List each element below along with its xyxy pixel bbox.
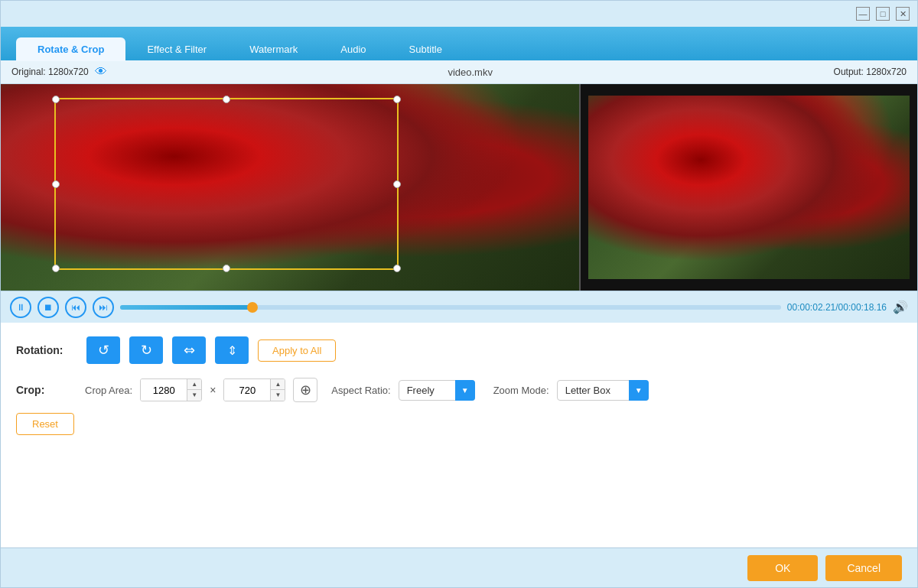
preview-bar: Original: 1280x720 👁 video.mkv Output: 1… bbox=[1, 60, 917, 84]
bottom-bar: OK Cancel bbox=[1, 547, 917, 587]
playback-bar: ⏸ ⏹ ⏮ ⏭ 00:00:02.21/00:00:18.16 🔊 bbox=[1, 291, 917, 323]
width-decrease-button[interactable]: ▼ bbox=[187, 390, 201, 401]
rotation-row: Rotation: ↺ ↻ ⇔ ⇕ Apply to All bbox=[16, 336, 902, 364]
crop-height-input-wrap: ▲ ▼ bbox=[223, 378, 285, 401]
width-increase-button[interactable]: ▲ bbox=[187, 379, 201, 390]
flip-vertical-icon: ⇕ bbox=[227, 343, 237, 358]
tab-watermark[interactable]: Watermark bbox=[228, 37, 319, 61]
zoom-mode-select[interactable]: Letter Box Pan & Scan Full bbox=[557, 380, 649, 401]
tab-subtitle[interactable]: Subtitle bbox=[388, 37, 464, 61]
crop-center-icon: ⊕ bbox=[300, 382, 311, 398]
video-panel-left bbox=[1, 84, 581, 291]
minimize-button[interactable]: — bbox=[856, 7, 870, 21]
flip-vertical-button[interactable]: ⇕ bbox=[215, 336, 249, 364]
flip-horizontal-button[interactable]: ⇔ bbox=[172, 336, 206, 364]
rotate-left-icon: ↺ bbox=[98, 342, 109, 359]
rotate-left-button[interactable]: ↺ bbox=[86, 336, 120, 364]
crop-width-input[interactable] bbox=[141, 379, 187, 401]
crop-handle-tc[interactable] bbox=[223, 96, 230, 103]
crop-overlay[interactable] bbox=[54, 98, 399, 270]
output-resolution: Output: 1280x720 bbox=[834, 67, 907, 77]
height-increase-button[interactable]: ▲ bbox=[271, 379, 285, 390]
reset-button[interactable]: Reset bbox=[16, 413, 74, 435]
pause-button[interactable]: ⏸ bbox=[10, 297, 31, 318]
crop-handle-mr[interactable] bbox=[393, 180, 401, 188]
aspect-ratio-select-wrap: Freely 16:9 4:3 1:1 9:16 ▼ bbox=[399, 380, 475, 401]
original-resolution: Original: 1280x720 bbox=[11, 67, 89, 77]
height-decrease-button[interactable]: ▼ bbox=[271, 390, 285, 401]
crop-label: Crop: bbox=[16, 384, 77, 396]
crop-handle-tl[interactable] bbox=[52, 96, 60, 103]
volume-icon[interactable]: 🔊 bbox=[893, 300, 908, 314]
tab-effect-filter[interactable]: Effect & Filter bbox=[125, 37, 228, 61]
rotate-right-icon: ↻ bbox=[141, 342, 152, 359]
rotation-label: Rotation: bbox=[16, 344, 77, 356]
next-button[interactable]: ⏭ bbox=[93, 297, 114, 318]
close-button[interactable]: ✕ bbox=[896, 7, 910, 21]
ok-button[interactable]: OK bbox=[747, 555, 818, 581]
crop-width-input-wrap: ▲ ▼ bbox=[140, 378, 202, 401]
crop-row: Crop: Crop Area: ▲ ▼ × ▲ ▼ ⊕ Aspect Rati… bbox=[16, 378, 902, 402]
height-spinners: ▲ ▼ bbox=[270, 379, 285, 401]
apply-to-all-button[interactable]: Apply to All bbox=[258, 339, 336, 362]
video-section bbox=[1, 84, 917, 291]
title-bar: — □ ✕ bbox=[1, 1, 917, 27]
crop-handle-ml[interactable] bbox=[52, 180, 60, 188]
progress-track[interactable] bbox=[120, 305, 781, 310]
tab-rotate-crop[interactable]: Rotate & Crop bbox=[16, 37, 125, 61]
tab-bar: Rotate & Crop Effect & Filter Watermark … bbox=[1, 27, 917, 60]
crop-area-label: Crop Area: bbox=[85, 385, 132, 396]
flip-horizontal-icon: ⇔ bbox=[184, 342, 195, 359]
zoom-mode-select-wrap: Letter Box Pan & Scan Full ▼ bbox=[557, 380, 649, 401]
cancel-button[interactable]: Cancel bbox=[825, 555, 902, 581]
controls-area: Rotation: ↺ ↻ ⇔ ⇕ Apply to All Crop: Cro… bbox=[1, 323, 917, 547]
video-bg-right bbox=[588, 96, 910, 279]
time-display: 00:00:02.21/00:00:18.16 bbox=[787, 302, 887, 313]
crop-handle-br[interactable] bbox=[393, 265, 401, 272]
aspect-ratio-label: Aspect Ratio: bbox=[331, 385, 390, 396]
aspect-ratio-select[interactable]: Freely 16:9 4:3 1:1 9:16 bbox=[399, 380, 475, 401]
maximize-button[interactable]: □ bbox=[876, 7, 890, 21]
progress-fill bbox=[120, 305, 252, 310]
crop-center-button[interactable]: ⊕ bbox=[293, 378, 317, 402]
stop-button[interactable]: ⏹ bbox=[37, 297, 59, 318]
crop-handle-bc[interactable] bbox=[223, 265, 230, 272]
video-panel-right bbox=[581, 84, 917, 291]
multiply-sign: × bbox=[210, 384, 216, 396]
rotate-right-button[interactable]: ↻ bbox=[129, 336, 163, 364]
crop-handle-bl[interactable] bbox=[52, 265, 60, 272]
filename: video.mkv bbox=[448, 67, 493, 78]
zoom-mode-label: Zoom Mode: bbox=[493, 385, 549, 396]
preview-output bbox=[588, 96, 910, 279]
width-spinners: ▲ ▼ bbox=[187, 379, 201, 401]
crop-height-input[interactable] bbox=[224, 379, 270, 401]
progress-thumb[interactable] bbox=[247, 302, 258, 313]
prev-button[interactable]: ⏮ bbox=[65, 297, 86, 318]
tab-audio[interactable]: Audio bbox=[319, 37, 387, 61]
eye-icon[interactable]: 👁 bbox=[95, 65, 107, 79]
crop-handle-tr[interactable] bbox=[393, 96, 401, 103]
